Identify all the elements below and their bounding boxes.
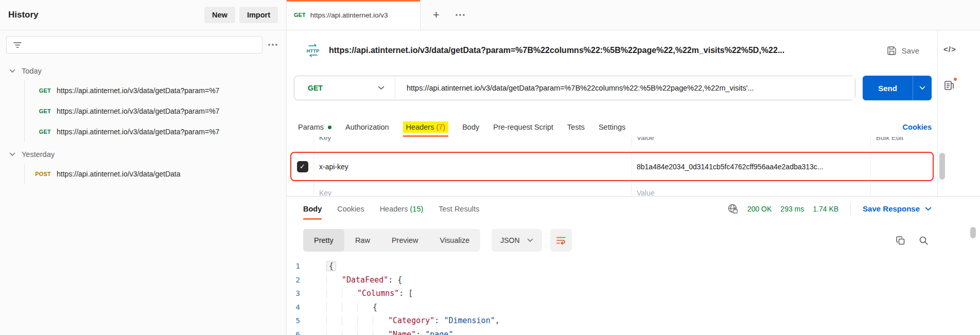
headers-table-header: Key Value Bulk Edit xyxy=(290,137,934,148)
tabbar-more-options-icon[interactable] xyxy=(455,13,465,16)
wrap-text-button[interactable] xyxy=(550,229,572,252)
network-globe-lock-icon[interactable] xyxy=(727,203,739,215)
response-pane: Body Cookies Headers (15) Test Results 2… xyxy=(287,196,980,335)
yesterday-items: POST https://api.atinternet.io/v3/data/g… xyxy=(24,164,286,184)
line-number: 3 xyxy=(287,289,300,297)
format-select[interactable]: JSON xyxy=(492,229,541,252)
history-item[interactable]: GET https://api.atinternet.io/v3/data/ge… xyxy=(25,121,286,142)
history-list: Today GET https://api.atinternet.io/v3/d… xyxy=(0,54,286,184)
response-view-row: Pretty Raw Preview Visualize JSON xyxy=(287,229,980,252)
tab-tests[interactable]: Tests xyxy=(567,123,585,131)
response-tab-test-results[interactable]: Test Results xyxy=(439,205,479,213)
send-button[interactable]: Send xyxy=(863,76,932,100)
tab-title: https://api.atinternet.io/v3 xyxy=(310,11,413,19)
tab-authorization[interactable]: Authorization xyxy=(345,123,389,131)
response-toolbar-icons xyxy=(896,236,929,245)
notification-dot xyxy=(953,77,958,82)
history-more-options-icon[interactable] xyxy=(262,43,283,46)
response-tab-headers[interactable]: Headers (15) xyxy=(380,205,424,213)
save-label: Save xyxy=(902,46,919,55)
line-number: 1 xyxy=(287,262,300,270)
response-scrollbar-thumb[interactable] xyxy=(970,227,976,238)
view-preview[interactable]: Preview xyxy=(381,229,429,252)
tab-method-badge: GET xyxy=(294,12,306,18)
view-visualize[interactable]: Visualize xyxy=(429,229,480,252)
send-options-chevron[interactable] xyxy=(913,76,932,100)
url-input-fade xyxy=(831,76,855,100)
response-tab-body[interactable]: Body xyxy=(303,205,322,213)
chevron-down-icon xyxy=(527,238,533,242)
new-header-value-input[interactable]: Value xyxy=(631,183,870,196)
headers-table: Key Value Bulk Edit ✓ x-api-key 8b1a484e… xyxy=(290,137,934,196)
chevron-down-icon xyxy=(378,86,384,90)
comments-icon[interactable] xyxy=(943,79,955,93)
response-body-json[interactable]: 1 { 2 "DataFeed": { 3 "Columns": [ 4 { 5 xyxy=(287,259,980,335)
header-value-cell[interactable]: 8b1a484e2034_0d3141cb5fc4762cff956aa4e2a… xyxy=(631,153,870,180)
filter-icon xyxy=(13,41,22,49)
sidebar-actions: New Import xyxy=(204,7,278,23)
request-title-url: https://api.atinternet.io/v3/data/getDat… xyxy=(329,46,871,55)
header-key-cell[interactable]: x-api-key xyxy=(313,153,631,180)
code-line: 5 "Category": "Dimension", xyxy=(287,314,980,328)
history-group-today[interactable]: Today xyxy=(0,62,286,80)
chevron-down-icon xyxy=(9,69,15,73)
save-button[interactable]: Save xyxy=(887,46,919,56)
sidebar-header: History New Import xyxy=(0,0,286,30)
history-filter-input[interactable] xyxy=(6,36,262,54)
search-icon[interactable] xyxy=(919,236,929,245)
request-url-row: GET https://api.atinternet.io/v3/data/ge… xyxy=(287,76,980,100)
method-value: GET xyxy=(308,84,323,92)
view-pretty[interactable]: Pretty xyxy=(303,229,344,252)
history-item-url: https://api.atinternet.io/v3/data/getDat… xyxy=(57,86,219,95)
divider xyxy=(850,203,851,215)
new-header-key-input[interactable]: Key xyxy=(313,183,631,196)
tab-pre-request-script[interactable]: Pre-request Script xyxy=(493,123,553,131)
new-tab-button[interactable]: + xyxy=(433,9,440,21)
view-raw[interactable]: Raw xyxy=(344,229,381,252)
tab-settings[interactable]: Settings xyxy=(599,123,625,131)
bulk-edit-button[interactable]: Bulk Edit xyxy=(870,137,934,148)
fold-marker[interactable]: { xyxy=(326,261,336,271)
method-badge: POST xyxy=(33,171,51,177)
chevron-down-icon xyxy=(925,207,932,211)
tab-params[interactable]: Params xyxy=(298,123,331,131)
request-tab-active[interactable]: GET https://api.atinternet.io/v3 xyxy=(287,0,421,30)
history-item-url: https://api.atinternet.io/v3/data/getDat… xyxy=(57,107,219,115)
url-input[interactable]: https://api.atinternet.io/v3/data/getDat… xyxy=(395,76,855,100)
params-modified-dot xyxy=(328,126,331,129)
request-builder: </> HTTP https://api.atinternet.io/v3/da… xyxy=(287,30,980,196)
app-window: History New Import Today xyxy=(0,0,980,335)
request-title-row: HTTP https://api.atinternet.io/v3/data/g… xyxy=(287,30,980,70)
tab-headers[interactable]: Headers (7) xyxy=(403,121,449,133)
right-rail-divider xyxy=(937,30,938,196)
method-badge: GET xyxy=(33,87,51,94)
method-select[interactable]: GET xyxy=(294,76,395,100)
headers-count: (7) xyxy=(436,123,445,131)
main-area: GET https://api.atinternet.io/v3 + </> H… xyxy=(287,0,980,335)
header-actions-cell xyxy=(870,153,933,180)
copy-icon[interactable] xyxy=(896,236,905,245)
save-icon xyxy=(887,46,897,56)
tab-body[interactable]: Body xyxy=(462,123,479,131)
response-headers-count: (15) xyxy=(410,205,423,213)
line-number: 6 xyxy=(287,330,300,335)
history-group-yesterday[interactable]: Yesterday xyxy=(0,145,286,164)
send-label: Send xyxy=(863,76,913,100)
response-time: 293 ms xyxy=(780,205,804,213)
history-item[interactable]: GET https://api.atinternet.io/v3/data/ge… xyxy=(25,101,286,121)
tab-title-fade xyxy=(395,11,413,19)
request-tabbar: GET https://api.atinternet.io/v3 + xyxy=(287,0,980,30)
code-snippet-icon[interactable]: </> xyxy=(943,45,956,54)
history-item[interactable]: POST https://api.atinternet.io/v3/data/g… xyxy=(25,164,286,184)
chevron-down-icon xyxy=(9,152,15,156)
active-response-tab-underline xyxy=(303,218,322,220)
today-items: GET https://api.atinternet.io/v3/data/ge… xyxy=(24,80,286,142)
new-button[interactable]: New xyxy=(204,7,235,23)
response-tab-cookies[interactable]: Cookies xyxy=(337,205,364,213)
header-enabled-checkbox[interactable]: ✓ xyxy=(297,161,308,172)
history-item[interactable]: GET https://api.atinternet.io/v3/data/ge… xyxy=(25,80,286,101)
import-button[interactable]: Import xyxy=(239,7,278,23)
headers-scrollbar-thumb[interactable] xyxy=(939,153,945,180)
save-response-button[interactable]: Save Response xyxy=(863,204,932,213)
cookies-link[interactable]: Cookies xyxy=(903,123,932,131)
